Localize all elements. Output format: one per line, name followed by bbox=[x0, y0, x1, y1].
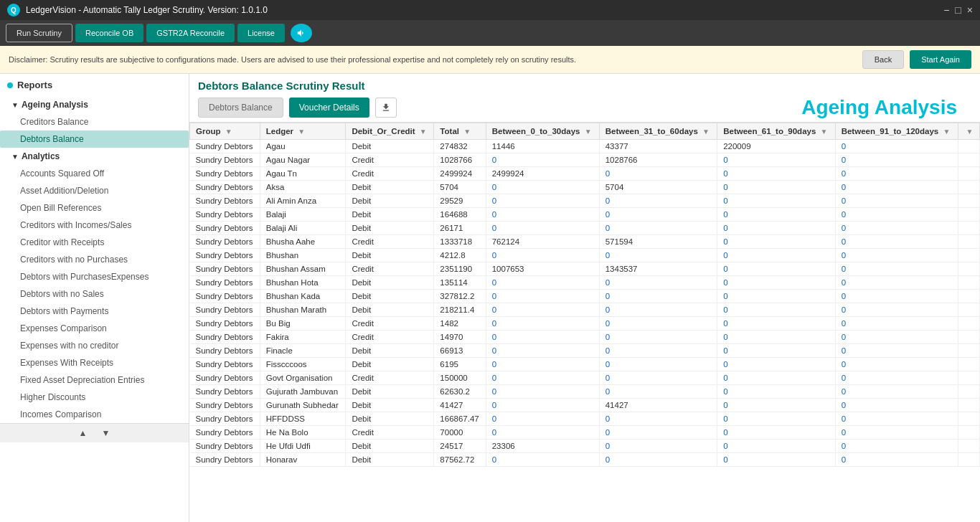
sidebar-item-incomes-comparison[interactable]: Incomes Comparison bbox=[0, 406, 189, 423]
table-cell: Bhushan Marath bbox=[260, 303, 346, 317]
data-table: Group ▼ Ledger ▼ Debit_Or_Credit ▼ Total… bbox=[189, 123, 980, 467]
scroll-up-icon[interactable]: ▲ bbox=[79, 428, 88, 438]
table-cell: 1333718 bbox=[434, 235, 486, 249]
table-row[interactable]: Sundry DebtorsBhushan MarathDebit218211.… bbox=[190, 303, 980, 317]
table-cell: 0 bbox=[486, 181, 599, 194]
minimize-button[interactable]: − bbox=[943, 4, 949, 16]
table-cell: 0 bbox=[835, 181, 958, 194]
table-cell: Sundry Debtors bbox=[190, 412, 260, 426]
table-row[interactable]: Sundry DebtorsBhushan KadaDebit327812.20… bbox=[190, 290, 980, 303]
table-cell: 0 bbox=[599, 194, 717, 208]
table-cell: 0 bbox=[835, 399, 958, 412]
table-cell: 0 bbox=[599, 344, 717, 358]
sidebar-item-debtors-payments[interactable]: Debtors with Payments bbox=[0, 303, 189, 320]
sidebar-item-higher-discounts[interactable]: Higher Discounts bbox=[0, 389, 189, 406]
table-row[interactable]: Sundry DebtorsBu BigCredit14820000 bbox=[190, 317, 980, 331]
table-cell: Debit bbox=[346, 385, 434, 399]
table-cell: 220009 bbox=[717, 140, 835, 153]
table-cell: Sundry Debtors bbox=[190, 426, 260, 440]
table-cell: Ali Amin Anza bbox=[260, 194, 346, 208]
voucher-details-button[interactable]: Voucher Details bbox=[289, 98, 369, 118]
reconcile-ob-button[interactable]: Reconcile OB bbox=[75, 24, 143, 42]
sidebar-item-asset-addition[interactable]: Asset Addition/Deletion bbox=[0, 182, 189, 199]
table-cell: Finacle bbox=[260, 344, 346, 358]
scroll-down-icon[interactable]: ▼ bbox=[102, 428, 110, 438]
table-row[interactable]: Sundry DebtorsBhushanDebit4212.80000 bbox=[190, 249, 980, 262]
table-row[interactable]: Sundry DebtorsBhusha AaheCredit133371876… bbox=[190, 235, 980, 249]
table-cell: 0 bbox=[717, 453, 835, 467]
table-cell: 0 bbox=[486, 358, 599, 371]
table-cell: 0 bbox=[835, 222, 958, 235]
sidebar-item-debtors-purchases-expenses[interactable]: Debtors with PurchasesExpenses bbox=[0, 268, 189, 285]
ageing-arrow-icon: ▼ bbox=[11, 101, 19, 109]
table-cell: 0 bbox=[717, 181, 835, 194]
table-row[interactable]: Sundry DebtorsFinacleDebit669130000 bbox=[190, 344, 980, 358]
sidebar-item-creditor-receipts[interactable]: Creditor with Receipts bbox=[0, 234, 189, 251]
ageing-analysis-group[interactable]: ▼ Ageing Analysis bbox=[0, 96, 189, 113]
sidebar-item-creditors-no-purchases[interactable]: Creditors with no Purchases bbox=[0, 251, 189, 268]
table-cell: 135114 bbox=[434, 276, 486, 290]
sidebar-item-expenses-comparison[interactable]: Expenses Comparison bbox=[0, 320, 189, 337]
license-button[interactable]: License bbox=[237, 24, 285, 42]
table-row[interactable]: Sundry DebtorsFisscccoosDebit61950000 bbox=[190, 358, 980, 371]
table-row[interactable]: Sundry DebtorsGujurath JambuvanDebit6263… bbox=[190, 385, 980, 399]
data-table-container[interactable]: Group ▼ Ledger ▼ Debit_Or_Credit ▼ Total… bbox=[189, 123, 980, 522]
table-cell: 0 bbox=[835, 262, 958, 276]
analytics-group[interactable]: ▼ Analytics bbox=[0, 148, 189, 165]
table-cell: 0 bbox=[835, 249, 958, 262]
table-row[interactable]: Sundry DebtorsGovt OrganisationCredit150… bbox=[190, 371, 980, 385]
table-row[interactable]: Sundry DebtorsHe Ufdi UdfiDebit245172330… bbox=[190, 440, 980, 453]
reports-section[interactable]: Reports bbox=[0, 74, 189, 96]
sidebar-item-expenses-no-creditor[interactable]: Expenses with no creditor bbox=[0, 337, 189, 354]
table-row[interactable]: Sundry DebtorsAgau TnCredit2499924249992… bbox=[190, 167, 980, 181]
sidebar-item-creditors-balance[interactable]: Creditors Balance bbox=[0, 113, 189, 130]
content-title: Debtors Balance Scrutiny Result bbox=[198, 80, 971, 92]
table-row[interactable]: Sundry DebtorsBalajiDebit1646880000 bbox=[190, 208, 980, 222]
table-cell: Debit bbox=[346, 453, 434, 467]
table-row[interactable]: Sundry DebtorsGurunath SubhedarDebit4142… bbox=[190, 399, 980, 412]
download-button[interactable] bbox=[375, 98, 397, 118]
sidebar-item-expenses-with-receipts[interactable]: Expenses With Receipts bbox=[0, 354, 189, 371]
table-cell: 1482 bbox=[434, 317, 486, 331]
table-cell: Debit bbox=[346, 358, 434, 371]
sidebar-item-creditors-incomes[interactable]: Creditors with Incomes/Sales bbox=[0, 217, 189, 234]
ageing-analysis-title: Ageing Analysis bbox=[801, 96, 971, 119]
table-cell: 0 bbox=[835, 371, 958, 385]
start-again-button[interactable]: Start Again bbox=[910, 50, 971, 69]
window-controls[interactable]: − □ × bbox=[943, 4, 973, 16]
table-cell: Sundry Debtors bbox=[190, 167, 260, 181]
sidebar-item-debtors-balance[interactable]: Debtors Balance bbox=[0, 130, 189, 148]
table-cell: 0 bbox=[599, 371, 717, 385]
back-button[interactable]: Back bbox=[862, 50, 904, 69]
table-row[interactable]: Sundry DebtorsBhushan HotaDebit135114000… bbox=[190, 276, 980, 290]
table-cell: Sundry Debtors bbox=[190, 262, 260, 276]
table-row[interactable]: Sundry DebtorsHe Na BoloCredit700000000 bbox=[190, 426, 980, 440]
table-row[interactable]: Sundry DebtorsFakiraCredit149700000 bbox=[190, 331, 980, 344]
run-scrutiny-button[interactable]: Run Scrutiny bbox=[6, 24, 72, 42]
sidebar-item-fixed-asset-depreciation[interactable]: Fixed Asset Depreciation Entries bbox=[0, 371, 189, 389]
table-row[interactable]: Sundry DebtorsHFFDDSSDebit166867.470000 bbox=[190, 412, 980, 426]
table-row[interactable]: Sundry DebtorsAgauDebit27483211446433772… bbox=[190, 140, 980, 153]
table-row[interactable]: Sundry DebtorsBalaji AliDebit261710000 bbox=[190, 222, 980, 235]
gstr2a-reconcile-button[interactable]: GSTR2A Reconcile bbox=[146, 24, 235, 42]
sidebar-item-open-bill-references[interactable]: Open Bill References bbox=[0, 199, 189, 217]
sidebar-item-debtors-no-sales[interactable]: Debtors with no Sales bbox=[0, 285, 189, 303]
table-row[interactable]: Sundry DebtorsAgau NagarCredit1028766010… bbox=[190, 153, 980, 167]
table-cell: 0 bbox=[835, 276, 958, 290]
debtors-balance-button[interactable]: Debtors Balance bbox=[198, 98, 283, 118]
close-button[interactable]: × bbox=[967, 4, 973, 16]
table-row[interactable]: Sundry DebtorsAksaDebit57040570400 bbox=[190, 181, 980, 194]
table-row[interactable]: Sundry DebtorsBhushan AssamCredit2351190… bbox=[190, 262, 980, 276]
app-icon: Q bbox=[7, 4, 20, 16]
table-cell-extra bbox=[958, 344, 979, 358]
table-cell: Sundry Debtors bbox=[190, 235, 260, 249]
sidebar-item-accounts-squared-off[interactable]: Accounts Squared Off bbox=[0, 165, 189, 182]
table-cell: Agau Nagar bbox=[260, 153, 346, 167]
speaker-icon[interactable] bbox=[291, 24, 312, 42]
maximize-button[interactable]: □ bbox=[955, 4, 961, 16]
table-row[interactable]: Sundry DebtorsAli Amin AnzaDebit29529000… bbox=[190, 194, 980, 208]
table-cell: Gujurath Jambuvan bbox=[260, 385, 346, 399]
table-cell: Sundry Debtors bbox=[190, 222, 260, 235]
table-cell: 1007653 bbox=[486, 262, 599, 276]
table-row[interactable]: Sundry DebtorsHonaravDebit87562.720000 bbox=[190, 453, 980, 467]
